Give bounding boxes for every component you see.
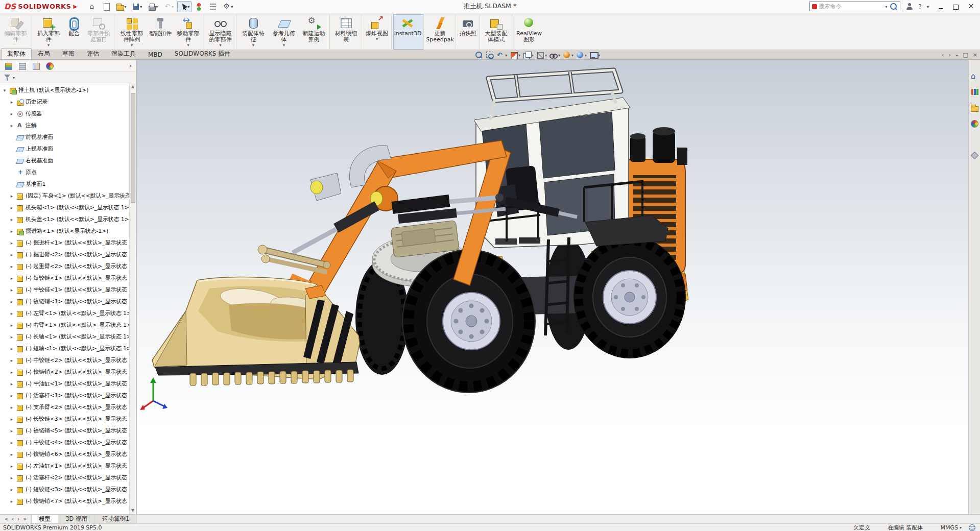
web-globe-icon[interactable]: [968, 523, 976, 531]
tree-item[interactable]: ▸ (-) 掘进杆<1> (默认<<默认>_显示状态 1>): [0, 237, 129, 249]
expand-arrow-icon[interactable]: ▸: [9, 287, 14, 293]
expand-arrow-icon[interactable]: ▸: [9, 381, 14, 387]
help-caret-icon[interactable]: [927, 5, 929, 9]
expand-arrow-icon[interactable]: ▸: [9, 487, 14, 492]
options-gear-icon[interactable]: [221, 1, 235, 12]
tree-item[interactable]: ▸ 机头盖<1> (默认<<默认>_显示状态 1>): [0, 213, 129, 225]
expand-arrow-icon[interactable]: ▸: [9, 334, 14, 340]
assembly-features-button[interactable]: 装配体特征: [238, 14, 269, 50]
tab-evaluate[interactable]: 评估: [81, 49, 105, 59]
scroll-next-icon[interactable]: ›: [17, 516, 19, 522]
scroll-down-icon[interactable]: ▼: [131, 507, 134, 514]
pane-prev-icon[interactable]: ‹: [942, 52, 944, 58]
file-properties-icon[interactable]: [207, 1, 219, 12]
tree-item[interactable]: ▸ (-) 中铰链<2> (默认<<默认>_显示状态 1>): [0, 354, 129, 366]
realview-graphics-button[interactable]: RealView 图形: [514, 14, 544, 50]
expand-arrow-icon[interactable]: ▸: [9, 299, 14, 304]
tree-item[interactable]: ▸ (-) 起重臂<2> (默认<<默认>_显示状态 1>): [0, 260, 129, 272]
tree-item[interactable]: ▸ (-) 铰链销<1> (默认<<默认>_显示状态 1>): [0, 296, 129, 307]
expand-arrow-icon[interactable]: ▸: [9, 111, 14, 116]
file-explorer-icon[interactable]: [970, 104, 978, 112]
model-tab[interactable]: 模型: [32, 515, 58, 523]
tab-layout[interactable]: 布局: [32, 49, 56, 59]
appearances-scenes-icon[interactable]: [970, 135, 978, 143]
smart-fasteners-button[interactable]: 智能扣件: [147, 14, 174, 50]
units-status[interactable]: MMGS: [940, 524, 962, 531]
expand-arrow-icon[interactable]: ▸: [9, 358, 14, 363]
expand-arrow-icon[interactable]: ▸: [9, 252, 14, 257]
rear-wheel[interactable]: [573, 236, 686, 358]
print-icon[interactable]: [146, 1, 160, 12]
featuremanager-tab-icon[interactable]: [4, 62, 12, 70]
tree-item[interactable]: ▸ (-) 中铰链<1> (默认<<默认>_显示状态 1>): [0, 284, 129, 296]
close-button[interactable]: [966, 3, 974, 11]
motion-study-tab[interactable]: 运动算例1: [95, 515, 137, 523]
expand-arrow-icon[interactable]: ▸: [9, 217, 14, 222]
select-arrow-icon[interactable]: [177, 1, 192, 12]
bucket[interactable]: [152, 277, 360, 385]
tab-solidworks-addins[interactable]: SOLIDWORKS 插件: [169, 49, 236, 59]
home-icon[interactable]: [86, 1, 99, 12]
exploded-view-button[interactable]: 爆炸视图: [364, 14, 392, 50]
open-document-icon[interactable]: [114, 1, 128, 12]
expand-arrow-icon[interactable]: ▸: [9, 100, 14, 105]
tree-item[interactable]: 原点: [0, 166, 129, 178]
view-orientation-icon[interactable]: [523, 51, 534, 59]
expand-arrow-icon[interactable]: ▸: [9, 205, 14, 210]
display-style-icon[interactable]: [536, 51, 547, 59]
tree-item[interactable]: ▸ (-) 短轴<1> (默认<<默认>_显示状态 1>): [0, 343, 129, 354]
expand-arrow-icon[interactable]: ▸: [9, 417, 14, 422]
tab-render-tools[interactable]: 渲染工具: [105, 49, 142, 59]
expand-arrow-icon[interactable]: ▸: [9, 311, 14, 316]
tree-item[interactable]: 前视基准面: [0, 131, 129, 143]
reference-geometry-button[interactable]: 参考几何体: [269, 14, 299, 50]
move-component-button[interactable]: 移动零部件: [174, 14, 204, 50]
expand-arrow-icon[interactable]: ▸: [9, 464, 14, 469]
minimize-button[interactable]: [937, 3, 945, 11]
new-motion-study-button[interactable]: 新建运动算例: [299, 14, 330, 50]
editing-mode-status[interactable]: 在编辑 装配体: [888, 524, 923, 531]
tree-item[interactable]: 基准面1: [0, 178, 129, 190]
section-view-icon[interactable]: [510, 51, 520, 59]
instant3d-button[interactable]: Instant3D: [393, 14, 424, 50]
tree-item[interactable]: ▸ (-) 中铰链<4> (默认<<默认>_显示状态 1>): [0, 437, 129, 448]
view-palette-icon[interactable]: [970, 119, 978, 128]
linear-component-pattern-button[interactable]: 线性零部件阵列: [116, 14, 147, 50]
show-hidden-components-button[interactable]: 显示隐藏的零部件: [206, 14, 236, 50]
expand-arrow-icon[interactable]: ▸: [9, 405, 14, 410]
expand-arrow-icon[interactable]: ▸: [9, 123, 14, 128]
expand-arrow-icon[interactable]: ▸: [9, 428, 14, 433]
tree-item[interactable]: ▸ 机头箱<1> (默认<<默认>_显示状态 1>): [0, 202, 129, 213]
rebuild-icon[interactable]: [193, 1, 205, 12]
expand-arrow-icon[interactable]: ▸: [9, 194, 14, 199]
save-icon[interactable]: [130, 1, 144, 12]
doc-restore-icon[interactable]: □: [963, 52, 968, 58]
design-library-icon[interactable]: [970, 88, 978, 96]
tab-mbd[interactable]: MBD: [142, 50, 169, 59]
tree-item[interactable]: ▸ (-) 左臂<1> (默认<<默认>_显示状态 1>): [0, 307, 129, 319]
graphics-area[interactable]: [137, 60, 968, 514]
pane-next-icon[interactable]: ›: [948, 52, 950, 58]
scroll-last-icon[interactable]: »: [23, 516, 27, 522]
scroll-first-icon[interactable]: «: [5, 516, 8, 522]
tree-item[interactable]: ▸ 传感器: [0, 108, 129, 119]
tree-item[interactable]: ▸ (-) 中油缸<1> (默认<<默认>_显示状态 1>): [0, 378, 129, 390]
3d-views-tab[interactable]: 3D 视图: [58, 515, 95, 523]
tree-item[interactable]: ▸ (-) 短铰链<1> (默认<<默认>_显示状态 1>): [0, 272, 129, 284]
displaymanager-tab-icon[interactable]: [45, 62, 54, 70]
help-menu[interactable]: ?: [919, 3, 922, 10]
tree-item[interactable]: 右视基准面: [0, 155, 129, 166]
tree-item[interactable]: ▸ 注解: [0, 119, 129, 131]
filter-icon[interactable]: [3, 74, 11, 82]
doc-minimize-icon[interactable]: –: [955, 52, 959, 58]
tab-assembly[interactable]: 装配体: [1, 49, 32, 59]
command-search-input[interactable]: 搜索命令: [809, 2, 900, 11]
expand-arrow-icon[interactable]: ▸: [9, 499, 14, 504]
tree-item[interactable]: ▸ (-) 铰链销<2> (默认<<默认>_显示状态 1>): [0, 366, 129, 378]
tree-item[interactable]: ▸ 历史记录: [0, 96, 129, 108]
hide-show-items-icon[interactable]: [549, 51, 560, 59]
apply-scene-icon[interactable]: [576, 51, 587, 59]
tree-item[interactable]: ▸ (-) 支承臂<2> (默认<<默认>_显示状态 1>): [0, 401, 129, 413]
tree-scrollbar[interactable]: ▲ ▼: [129, 83, 136, 514]
expand-arrow-icon[interactable]: ▸: [9, 370, 14, 375]
